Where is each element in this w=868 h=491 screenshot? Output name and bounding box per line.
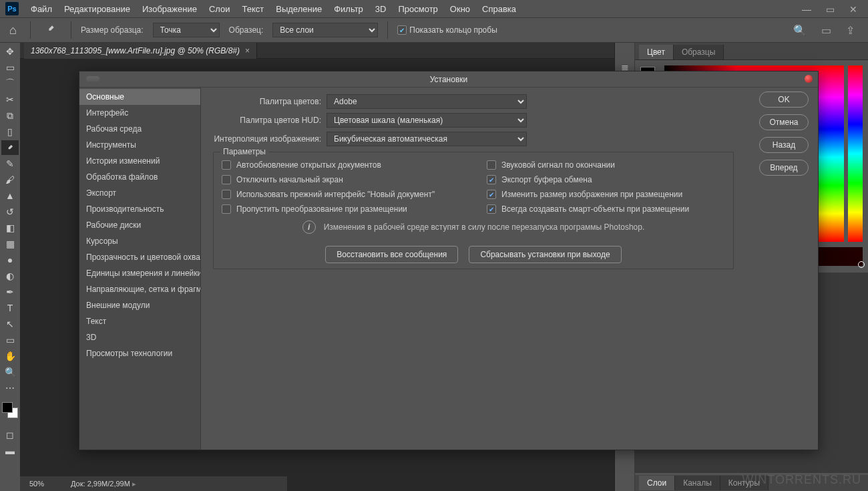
tab-close-icon[interactable]: × [245,46,250,55]
menu-window[interactable]: Окно [450,4,470,14]
sample-source-select[interactable]: Все слои [272,23,378,37]
menu-select[interactable]: Выделение [276,4,322,14]
fieldset-legend: Параметры [220,147,268,156]
menu-layers[interactable]: Слои [209,4,230,14]
close-icon[interactable]: ✕ [849,4,857,15]
minimize-icon[interactable]: — [802,4,811,15]
zoom-tool[interactable]: 🔍 [1,365,19,379]
eyedropper-icon[interactable] [40,23,61,37]
pref-category[interactable]: Единицы измерения и линейки [79,265,200,281]
frame-tool[interactable]: ▯ [1,124,19,139]
tab-swatches[interactable]: Образцы [674,45,724,59]
checkbox[interactable] [222,175,231,184]
checkbox[interactable] [487,175,496,184]
hand-tool[interactable]: ✋ [1,349,19,363]
pref-category[interactable]: Рабочая среда [79,121,200,137]
pref-category[interactable]: Интерфейс [79,105,200,121]
menu-filter[interactable]: Фильтр [334,4,363,14]
preferences-categories: ОсновныеИнтерфейсРабочая средаИнструмент… [79,88,201,450]
move-tool[interactable]: ✥ [1,44,19,59]
pref-category[interactable]: Обработка файлов [79,169,200,185]
color-picker-select[interactable]: Adobe [327,94,527,109]
healing-tool[interactable]: ✎ [1,156,19,171]
checkbox[interactable] [222,160,231,170]
pref-category[interactable]: Основные [79,89,200,105]
menu-help[interactable]: Справка [482,4,516,14]
pref-category[interactable]: История изменений [79,153,200,169]
marquee-tool[interactable]: ▭ [1,60,19,75]
checkbox[interactable] [222,190,231,199]
document-tab[interactable]: 1360x768_1113095_[www.ArtFile.ru].jpg @ … [24,43,257,59]
cancel-button[interactable]: Отмена [759,114,809,130]
type-tool[interactable]: T [1,301,19,315]
brush-tool[interactable]: 🖌 [1,172,19,187]
checkbox[interactable] [487,204,496,214]
menu-edit[interactable]: Редактирование [64,4,130,14]
menu-file[interactable]: Файл [31,4,52,14]
menu-3d[interactable]: 3D [375,4,387,14]
maximize-icon[interactable]: ▭ [826,4,835,15]
zoom-level[interactable]: 50% [29,480,44,488]
pref-category[interactable]: Просмотры технологии [79,345,200,361]
gradient-tool[interactable]: ▦ [1,236,19,251]
dialog-close-icon[interactable] [805,75,813,83]
foreground-color-swatch[interactable] [2,402,13,413]
pref-category[interactable]: Текст [79,313,200,329]
checkbox[interactable] [487,160,496,170]
ok-button[interactable]: OK [759,92,809,108]
menu-text[interactable]: Текст [242,4,264,14]
pref-category[interactable]: Внешние модули [79,297,200,313]
screen-mode-icon[interactable]: ▬ [1,444,19,458]
reset-messages-button[interactable]: Восстановить все сообщения [325,246,458,263]
pref-category[interactable]: Экспорт [79,185,200,201]
dialog-titlebar[interactable]: Установки [79,71,818,88]
show-ring-checkbox[interactable]: ✔ [397,25,407,35]
menu-image[interactable]: Изображение [142,4,197,14]
pref-category[interactable]: Инструменты [79,137,200,153]
dodge-tool[interactable]: ◐ [1,269,19,283]
tools-panel: ✥ ▭ ⌒ ✂ ⧉ ▯ ✎ 🖌 ▲ ↺ ◧ ▦ ● ◐ ✒ T ↖ ▭ ✋ 🔍 … [0,43,20,491]
history-brush-tool[interactable]: ↺ [1,204,19,219]
hud-picker-select[interactable]: Цветовая шкала (маленькая) [327,113,527,128]
options-bar: ⌂ Размер образца: Точка Образец: Все сло… [0,17,868,43]
checkbox[interactable] [487,190,496,199]
chevron-right-icon[interactable]: ▸ [132,480,136,488]
dialog-title: Установки [430,75,467,84]
tab-layers[interactable]: Слои [639,476,675,490]
frame-icon[interactable]: ▭ [821,24,831,37]
prev-button[interactable]: Назад [759,137,809,153]
more-icon[interactable]: ⋯ [1,381,19,395]
tab-color[interactable]: Цвет [639,45,674,59]
pref-category[interactable]: Направляющие, сетка и фрагменты [79,281,200,297]
interpolation-select[interactable]: Бикубическая автоматическая [327,132,527,146]
checkbox[interactable] [222,204,231,214]
tab-channels[interactable]: Каналы [675,476,720,490]
stamp-tool[interactable]: ▲ [1,188,19,203]
path-select-tool[interactable]: ↖ [1,317,19,331]
reset-on-quit-button[interactable]: Сбрасывать установки при выходе [469,246,621,263]
pref-category[interactable]: Прозрачность и цветовой охват [79,249,200,265]
lasso-tool[interactable]: ⌒ [1,76,19,91]
pref-category[interactable]: Курсоры [79,233,200,249]
pref-category[interactable]: Рабочие диски [79,217,200,233]
pref-category[interactable]: 3D [79,329,200,345]
menu-view[interactable]: Просмотр [398,4,437,14]
hue-slider[interactable] [848,65,863,242]
eyedropper-tool[interactable] [1,140,19,155]
next-button[interactable]: Вперед [759,160,809,176]
sample-size-select[interactable]: Точка [153,23,220,37]
eraser-tool[interactable]: ◧ [1,220,19,235]
blur-tool[interactable]: ● [1,253,19,267]
share-icon[interactable]: ⇪ [846,24,855,37]
rectangle-tool[interactable]: ▭ [1,333,19,347]
pen-tool[interactable]: ✒ [1,285,19,299]
document-tab-label: 1360x768_1113095_[www.ArtFile.ru].jpg @ … [31,46,240,55]
crop-tool[interactable]: ⧉ [1,108,19,123]
home-icon[interactable]: ⌂ [5,23,21,37]
pref-category[interactable]: Производительность [79,201,200,217]
mask-mode-icon[interactable]: ◻ [1,428,19,442]
quick-select-tool[interactable]: ✂ [1,92,19,107]
color-swatches[interactable] [2,402,18,418]
checkbox-row: Изменить размер изображения при размещен… [487,190,725,199]
search-icon[interactable]: 🔍 [793,24,807,37]
